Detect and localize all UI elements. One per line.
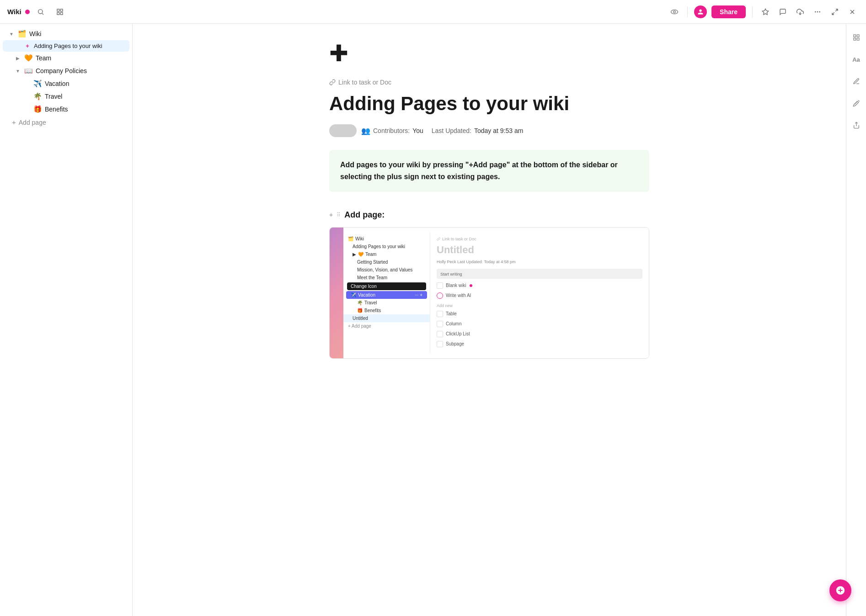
add-page-section-header: + ⠿ Add page: [329,210,649,220]
preview-travel-label: Travel [364,300,377,305]
topbar: Wiki Share [0,0,866,24]
svg-point-10 [815,11,816,12]
preview-meet-team-label: Meet the Team [357,275,387,280]
link-to-task-label: Link to task or Doc [338,79,391,86]
section-plus-icon[interactable]: + [329,211,333,218]
sidebar-item-wiki[interactable]: ▼ 🗂️ Wiki [3,27,129,40]
layout-icon[interactable] [53,5,66,18]
contributors-label: Contributors: [373,127,410,134]
preview-sidebar: 🗂️ Wiki Adding Pages to your wiki ▶🧡 Tea… [343,232,430,354]
spacer: ▶ [15,43,21,48]
blank-wiki-icon [437,282,443,289]
preview-add-new-label: Add new [437,303,642,308]
vacation-emoji: ✈️ [33,80,42,88]
sidebar-item-vacation[interactable]: ▶ ✈️ Vacation [3,77,129,90]
sidebar-team-label: Team [36,54,124,62]
page-title: Adding Pages to your wiki [329,92,649,115]
travel-emoji: 🌴 [33,92,42,101]
right-share-icon[interactable] [850,119,863,132]
preview-untitled-item: Untitled [343,314,430,322]
download-icon[interactable] [794,5,807,18]
app-title: Wiki [7,8,30,16]
add-page-section: + ⠿ Add page: 🗂️ Wiki [329,210,649,359]
preview-table-label: Table [446,311,457,316]
right-sidebar: Aa [846,24,866,616]
last-updated-label: Last Updated: [432,127,471,134]
preview-column-label: Column [446,321,461,326]
preview-untitled-label: Untitled [353,316,368,321]
topbar-right: Share [668,5,859,18]
callout-box: Add pages to your wiki by pressing "+Add… [329,150,649,191]
preview-write-ai-option: Write with AI [437,291,642,301]
preview-subpage-option: Subpage [437,339,642,349]
svg-point-0 [38,9,42,13]
callout-text: Add pages to your wiki by pressing "+Add… [340,159,638,182]
svg-rect-18 [857,35,859,37]
svg-rect-20 [854,38,856,40]
main-layout: ▼ 🗂️ Wiki ▶ + Adding Pages to your wiki … [0,24,866,616]
more-icon[interactable] [811,5,824,18]
preview-team-label: Team [365,252,376,257]
preview-clickup-list-option: ClickUp List [437,329,642,339]
sidebar-benefits-label: Benefits [45,106,124,113]
comment-icon[interactable] [776,5,789,18]
fullscreen-icon[interactable] [829,5,841,18]
svg-point-6 [671,10,678,14]
drag-handle-icon[interactable]: ⠿ [337,212,341,218]
preview-wiki-item: 🗂️ Wiki [343,235,430,243]
page-icon-plus[interactable]: ✚ [329,42,649,65]
spacer3: ▶ [24,94,30,99]
add-page-section-title: Add page: [344,210,385,220]
preview-start-writing-label: Start writing [440,272,462,276]
svg-point-12 [819,11,820,12]
eye-icon[interactable] [668,5,681,18]
share-button[interactable]: Share [711,5,746,18]
sidebar-item-company-policies[interactable]: ▼ 📖 Company Policies [3,64,129,77]
preview-main-content: Link to task or Doc Untitled Holly Peck … [430,232,649,354]
sidebar-item-adding-pages[interactable]: ▶ + Adding Pages to your wiki [3,40,129,52]
preview-travel-item: 🌴Travel [343,299,430,307]
contributors-you: You [412,127,423,134]
sidebar-item-travel[interactable]: ▶ 🌴 Travel [3,90,129,103]
spacer4: ▶ [24,107,30,112]
contributors-icon: 👥 [361,127,370,135]
write-ai-icon [437,292,443,299]
svg-line-21 [858,100,860,101]
preview-start-writing: Start writing [437,269,642,279]
preview-content: 🗂️ Wiki Adding Pages to your wiki ▶🧡 Tea… [343,228,649,358]
preview-blank-wiki-option: Blank wiki [437,281,642,291]
preview-change-icon-label: Change Icon [351,284,377,289]
column-icon [437,321,443,327]
sidebar-item-team[interactable]: ▶ 🧡 Team [3,52,129,64]
wiki-emoji: 🗂️ [17,30,27,38]
topbar-divider [687,6,688,17]
search-icon[interactable] [34,5,47,18]
preview-blank-wiki-label: Blank wiki [446,283,466,288]
company-policies-emoji: 📖 [24,67,33,75]
add-page-plus-icon: + [12,118,16,126]
user-presence-badge [694,5,707,18]
preview-getting-started-item: Getting Started [343,258,430,266]
preview-author-row: Holly Peck Last Updated: Today at 4:58 p… [437,260,642,264]
right-pen-icon[interactable] [850,75,863,88]
wiki-text: Wiki [7,8,21,16]
last-updated-value: Today at 9:53 am [474,127,523,134]
preview-team-item: ▶🧡 Team [343,250,430,258]
blank-wiki-dot [470,284,472,287]
preview-untitled-heading: Untitled [437,244,642,256]
sidebar-company-policies-label: Company Policies [36,67,124,74]
fab-button[interactable] [829,579,851,601]
close-icon[interactable] [846,5,859,18]
right-pencil-ruler-icon[interactable] [850,97,863,110]
svg-rect-4 [60,12,63,15]
bookmark-icon[interactable] [759,5,772,18]
link-to-task-row[interactable]: Link to task or Doc [329,79,649,86]
right-layout-icon[interactable] [850,31,863,44]
right-font-icon[interactable]: Aa [850,53,863,66]
sidebar-item-benefits[interactable]: ▶ 🎁 Benefits [3,103,129,116]
preview-sidebar-main: 🗂️ Wiki Adding Pages to your wiki ▶🧡 Tea… [343,232,649,354]
screenshot-preview: 🗂️ Wiki Adding Pages to your wiki ▶🧡 Tea… [329,227,649,359]
svg-line-1 [42,13,43,15]
add-page-button[interactable]: + Add page [3,116,129,129]
preview-benefits-item: 🎁Benefits [343,307,430,314]
